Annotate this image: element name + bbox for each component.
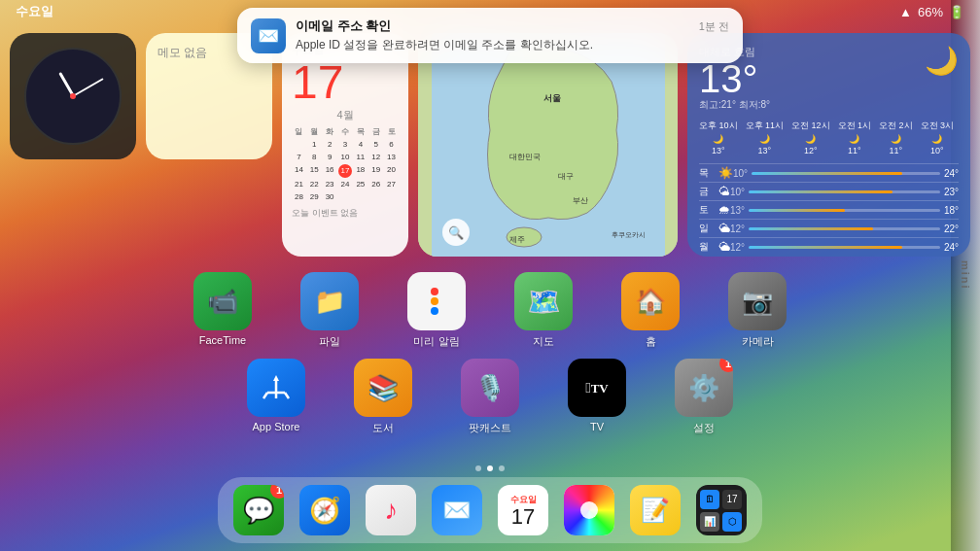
camera-icon: 📷 bbox=[742, 287, 773, 317]
clock-widget[interactable] bbox=[10, 33, 136, 159]
notification-banner[interactable]: ✉️ 이메일 주소 확인 Apple ID 설정을 완료하려면 이메일 주소를 … bbox=[237, 8, 743, 63]
svg-text:대구: 대구 bbox=[558, 172, 574, 181]
calendar-dock-number: 17 bbox=[511, 506, 535, 528]
tv-icon: TV bbox=[585, 380, 609, 396]
notification-title: 이메일 주소 확인 bbox=[296, 17, 689, 35]
weather-forecast: 목☀️10°24° 금🌤10°23° 토🌧13°18° 일🌥12°22° 월🌥1… bbox=[699, 163, 959, 256]
settings-label: 설정 bbox=[670, 421, 738, 435]
notification-app-icon: ✉️ bbox=[251, 18, 286, 53]
notes-icon: 📝 bbox=[641, 497, 670, 524]
appstore-icon bbox=[260, 371, 293, 404]
svg-text:🔍: 🔍 bbox=[448, 224, 465, 241]
page-dots bbox=[475, 465, 505, 471]
page-dot-3 bbox=[499, 465, 505, 471]
dock-notes[interactable]: 📝 bbox=[630, 485, 681, 535]
notification-content: 이메일 주소 확인 Apple ID 설정을 완료하려면 이메일 주소를 확인하… bbox=[296, 17, 689, 53]
dock: 💬 1 🧭 ♪ ✉️ 수요일 17 � bbox=[218, 477, 762, 543]
reminders-label: 미리 알림 bbox=[402, 334, 471, 349]
dock-calendar[interactable]: 수요일 17 bbox=[498, 485, 548, 535]
svg-text:부산: 부산 bbox=[573, 196, 588, 205]
app-books[interactable]: 📚 도서 bbox=[349, 359, 417, 435]
maps-label: 지도 bbox=[509, 334, 578, 349]
photos-icon bbox=[564, 485, 614, 535]
facetime-icon: 📹 bbox=[207, 287, 238, 317]
files-label: 파일 bbox=[296, 334, 364, 349]
svg-text:대한민국: 대한민국 bbox=[509, 153, 541, 161]
calendar-day-number: 17 bbox=[292, 59, 399, 106]
books-label: 도서 bbox=[349, 421, 417, 435]
widgetkit-icon-2: 17 bbox=[722, 490, 742, 509]
app-grid: 📹 FaceTime 📁 파일 미리 알림 🗺️ 지도 🏠 bbox=[0, 272, 980, 435]
page-dot-2 bbox=[487, 465, 493, 471]
podcasts-icon: 🎙️ bbox=[474, 373, 506, 403]
map-widget[interactable]: 서울 대한민국 대구 부산 제주 후쿠오카시 🔍 bbox=[418, 33, 678, 257]
dock-safari[interactable]: 🧭 bbox=[299, 485, 350, 535]
widgets-row: 메모 없음 수요일 17 4월 일 월 화 수 목 금 토 123456 789… bbox=[10, 33, 970, 257]
app-reminders[interactable]: 미리 알림 bbox=[402, 272, 471, 349]
app-home[interactable]: 🏠 홈 bbox=[616, 272, 684, 349]
wifi-icon: ▲ bbox=[899, 5, 912, 19]
music-icon: ♪ bbox=[384, 495, 398, 526]
camera-label: 카메라 bbox=[723, 334, 791, 349]
svg-text:후쿠오카시: 후쿠오카시 bbox=[612, 231, 646, 238]
app-maps[interactable]: 🗺️ 지도 bbox=[509, 272, 578, 349]
widgetkit-icon: 🗓 bbox=[700, 490, 719, 509]
app-row-2: App Store 📚 도서 🎙️ 팟캐스트 TV TV ⚙️ 1 bbox=[29, 359, 951, 435]
svg-line-12 bbox=[263, 393, 267, 398]
app-row-1: 📹 FaceTime 📁 파일 미리 알림 🗺️ 지도 🏠 bbox=[29, 272, 951, 349]
settings-badge: 1 bbox=[719, 359, 733, 372]
calendar-event: 오늘 이벤트 없음 bbox=[292, 207, 399, 220]
clock-face bbox=[24, 48, 122, 145]
home-label: 홈 bbox=[616, 334, 684, 349]
weather-moon-icon: 🌙 bbox=[925, 45, 959, 77]
app-files[interactable]: 📁 파일 bbox=[296, 272, 364, 349]
korea-map-svg: 서울 대한민국 대구 부산 제주 후쿠오카시 🔍 bbox=[432, 33, 665, 257]
settings-icon: ⚙️ bbox=[688, 373, 719, 403]
safari-icon: 🧭 bbox=[309, 496, 340, 526]
tv-label: TV bbox=[563, 421, 631, 432]
dock-mail[interactable]: ✉️ bbox=[432, 485, 482, 535]
notification-body: Apple ID 설정을 완료하려면 이메일 주소를 확인하십시오. bbox=[296, 37, 689, 53]
page-dot-1 bbox=[475, 465, 481, 471]
weather-temp: 13° bbox=[699, 59, 770, 98]
mail-icon: ✉️ bbox=[442, 497, 472, 524]
widgetkit-icon-4: ⬡ bbox=[722, 512, 742, 532]
messages-icon: 💬 bbox=[243, 496, 274, 526]
map-background: 서울 대한민국 대구 부산 제주 후쿠오카시 🔍 bbox=[418, 33, 678, 257]
facetime-label: FaceTime bbox=[189, 334, 257, 346]
notification-time: 1분 전 bbox=[699, 19, 729, 34]
app-facetime[interactable]: 📹 FaceTime bbox=[189, 272, 257, 349]
calendar-month: 4월 bbox=[292, 108, 399, 122]
dock-messages[interactable]: 💬 1 bbox=[233, 485, 284, 535]
app-settings[interactable]: ⚙️ 1 설정 bbox=[670, 359, 738, 435]
status-time: 수요일 bbox=[16, 3, 53, 20]
battery-level: 66% bbox=[918, 5, 943, 19]
calendar-grid: 일 월 화 수 목 금 토 123456 78910111213 1415161… bbox=[292, 126, 399, 203]
appstore-label: App Store bbox=[242, 421, 310, 432]
svg-line-13 bbox=[285, 393, 289, 398]
weather-hourly: 오후 10시🌙13° 오후 11시🌙13° 오전 12시🌙12° 오전 1시🌙1… bbox=[699, 120, 959, 155]
home-icon: 🏠 bbox=[635, 287, 666, 317]
files-icon: 📁 bbox=[314, 287, 345, 317]
app-appstore[interactable]: App Store bbox=[242, 359, 310, 435]
weather-range: 최고:21° 최저:8° bbox=[699, 98, 770, 112]
svg-text:제주: 제주 bbox=[509, 235, 525, 244]
dock-widgetkit[interactable]: 🗓 17 📊 ⬡ bbox=[696, 485, 747, 535]
dock-music[interactable]: ♪ bbox=[366, 485, 416, 535]
calendar-widget[interactable]: 수요일 17 4월 일 월 화 수 목 금 토 123456 789101112… bbox=[282, 33, 408, 257]
books-icon: 📚 bbox=[368, 373, 399, 403]
reminders-icon bbox=[423, 280, 450, 323]
app-podcasts[interactable]: 🎙️ 팟캐스트 bbox=[456, 359, 524, 435]
status-right: ▲ 66% 🔋 bbox=[899, 5, 964, 19]
clock-minute-hand bbox=[73, 78, 104, 97]
app-camera[interactable]: 📷 카메라 bbox=[723, 272, 791, 349]
widgetkit-icon-3: 📊 bbox=[700, 512, 719, 532]
maps-icon: 🗺️ bbox=[527, 286, 561, 318]
dock-photos[interactable] bbox=[564, 485, 614, 535]
weather-widget[interactable]: 대체로 흐림 13° 최고:21° 최저:8° 🌙 오후 10시🌙13° 오후 … bbox=[687, 33, 970, 257]
clock-center bbox=[70, 93, 76, 99]
podcasts-label: 팟캐스트 bbox=[456, 421, 524, 435]
svg-text:서울: 서울 bbox=[543, 93, 561, 103]
app-tv[interactable]: TV TV bbox=[563, 359, 631, 435]
battery-icon: 🔋 bbox=[949, 5, 964, 19]
